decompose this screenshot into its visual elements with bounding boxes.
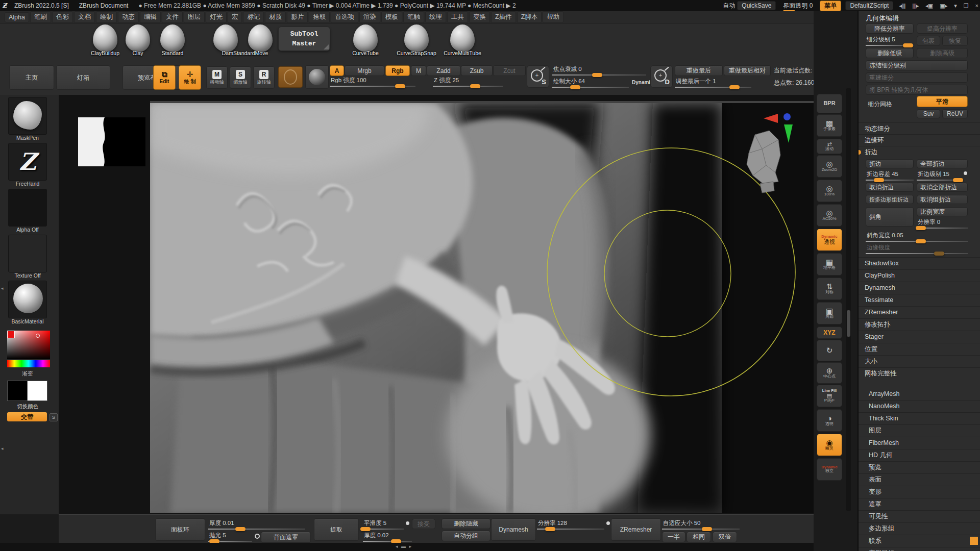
auto-groups-button[interactable]: 自动分组 bbox=[442, 531, 491, 541]
dynamic-perspective-button[interactable]: Dynamic透视 bbox=[817, 229, 842, 251]
scale-axis-button[interactable]: S 缩放轴 bbox=[230, 66, 251, 89]
section-mesh-integrity[interactable]: 网格完整性 bbox=[859, 367, 980, 379]
zsub-button[interactable]: Zsub bbox=[461, 65, 493, 76]
z-intensity-knob[interactable] bbox=[470, 84, 480, 88]
section-deformation[interactable]: 变形 bbox=[859, 486, 980, 497]
floor-grid-button[interactable]: ▦地平格 bbox=[817, 253, 842, 276]
adjust-last-knob[interactable] bbox=[729, 85, 740, 89]
reuv-button[interactable]: ReUV bbox=[942, 109, 968, 118]
menu-item-edit[interactable]: 编辑 bbox=[140, 11, 161, 23]
spix-button[interactable]: ▩子像素 bbox=[817, 114, 842, 137]
minimize-button[interactable]: ▾ bbox=[954, 3, 957, 9]
alpha-off-tile[interactable] bbox=[8, 189, 47, 227]
section-preview[interactable]: 预览 bbox=[859, 461, 980, 473]
brush-curvemultitube[interactable] bbox=[450, 24, 475, 52]
section-position[interactable]: 位置 bbox=[859, 343, 980, 355]
edit-mode-button[interactable]: ⧉ Edit bbox=[153, 65, 176, 90]
crease-header[interactable]: 折边 bbox=[859, 146, 980, 158]
dock-right-icon[interactable]: ▣▸ bbox=[940, 3, 947, 9]
actual-size-button[interactable]: ◎100% bbox=[817, 180, 842, 202]
freeze-subdiv-button[interactable]: 冻结细分级别 bbox=[866, 60, 968, 70]
tray-corner-handle[interactable] bbox=[970, 537, 978, 545]
rotate-axis-button[interactable]: R 旋转轴 bbox=[253, 66, 275, 89]
crease-level-slider[interactable]: 折边级别 15 bbox=[917, 170, 962, 181]
menu-item-render[interactable]: 渲染 bbox=[359, 11, 380, 23]
menu-item-tool[interactable]: 工具 bbox=[447, 11, 468, 23]
resolution-toggle[interactable] bbox=[606, 521, 610, 525]
menu-item-color[interactable]: 色彩 bbox=[52, 11, 73, 23]
s-toggle[interactable]: S bbox=[50, 413, 58, 421]
pivot-button[interactable]: ⊕中心点 bbox=[817, 362, 842, 384]
wrap-button[interactable]: 包裹 bbox=[917, 36, 940, 46]
maskpen-brush-tile[interactable] bbox=[8, 97, 47, 135]
polyframe-button[interactable]: Line Fill▤PolyF bbox=[817, 385, 842, 407]
switch-color-label[interactable]: 切换颜色 bbox=[2, 403, 53, 410]
brush-curvetube[interactable] bbox=[353, 24, 378, 52]
polish-toggle[interactable] bbox=[255, 534, 260, 539]
rgb-intensity-slider[interactable]: Rgb 强度 100 bbox=[330, 77, 415, 87]
menu-item-alpha[interactable]: Alpha bbox=[5, 12, 29, 22]
section-morph-target[interactable]: 变形目标 bbox=[859, 547, 980, 551]
zremesher-button[interactable]: ZRemesher bbox=[611, 518, 661, 541]
section-layers[interactable]: 图层 bbox=[859, 424, 980, 436]
edge-sharpness-slider[interactable]: 边缘锐度 bbox=[866, 244, 968, 254]
menu-item-brush[interactable]: 笔刷 bbox=[30, 11, 51, 23]
menu-item-light[interactable]: 灯光 bbox=[206, 11, 227, 23]
higher-res-button[interactable]: 提高分辨率 bbox=[917, 23, 968, 34]
menu-item-transform[interactable]: 变换 bbox=[469, 11, 490, 23]
section-dynamesh[interactable]: Dynamesh bbox=[859, 282, 980, 293]
thickness2-slider[interactable]: 厚度 0.02 bbox=[363, 532, 412, 542]
lightbox-button[interactable]: 灯箱 bbox=[56, 65, 110, 90]
menu-item-draw[interactable]: 绘制 bbox=[96, 11, 117, 23]
bpr-render-button[interactable]: BPR bbox=[817, 94, 842, 113]
panel-collapse-arrow-icon[interactable]: ◂ bbox=[1, 446, 4, 451]
rotate-view-button[interactable]: ↻ bbox=[817, 340, 842, 361]
panel-loops-button[interactable]: 面板环 bbox=[155, 518, 205, 541]
draw-mode-button[interactable]: ✛ 绘 制 bbox=[179, 65, 201, 90]
z-intensity-slider[interactable]: Z 强度 25 bbox=[433, 77, 503, 87]
uncrease-button[interactable]: 取消折边 bbox=[866, 183, 914, 192]
section-fibermesh[interactable]: FiberMesh bbox=[859, 437, 980, 448]
draw-size-slider[interactable]: 绘制大小 64 bbox=[552, 78, 629, 88]
section-hd-geometry[interactable]: HD 几何 bbox=[859, 449, 980, 461]
close-button[interactable]: × bbox=[975, 3, 978, 9]
adaptive-size-knob[interactable] bbox=[702, 527, 712, 531]
menu-item-material[interactable]: 材质 bbox=[265, 11, 286, 23]
edge-sharpness-knob[interactable] bbox=[934, 252, 944, 256]
ui-opacity-slider[interactable]: 界面透明 0 bbox=[781, 2, 815, 10]
reconstruct-subdiv-button[interactable]: 重建细分 bbox=[866, 72, 968, 83]
crease-all-button[interactable]: 全部折边 bbox=[917, 159, 968, 168]
same-button[interactable]: 相同 bbox=[687, 532, 711, 542]
divider-right-icon[interactable]: ||||▸ bbox=[912, 3, 918, 9]
restore-button[interactable]: ❐ bbox=[964, 3, 968, 9]
uncrease-all-button[interactable]: 取消全部折边 bbox=[917, 183, 968, 192]
section-zremesher[interactable]: ZRemesher bbox=[859, 306, 980, 318]
zoom2d-button[interactable]: ◎Zoom2D bbox=[817, 155, 842, 178]
edgeloop-header[interactable]: 边缘环 bbox=[859, 134, 980, 146]
menu-toggle-button[interactable]: 菜单 bbox=[820, 1, 841, 11]
section-claypolish[interactable]: ClayPolish bbox=[859, 269, 980, 281]
gradient-label[interactable]: 渐变 bbox=[2, 370, 53, 378]
xyz-axis-button[interactable]: XYZ bbox=[817, 327, 842, 339]
menu-item-zplugin[interactable]: Z插件 bbox=[491, 11, 516, 23]
transparency-button[interactable]: ◑透明 bbox=[817, 409, 842, 432]
texture-off-tile[interactable] bbox=[8, 235, 47, 272]
aa-half-button[interactable]: ◎AC50% bbox=[817, 204, 842, 227]
bpr-to-geo-button[interactable]: 将 BPR 转换为几何体 bbox=[866, 85, 968, 95]
sdiv-level-slider[interactable]: 细分级别 5 bbox=[866, 36, 914, 46]
dynamesh-resolution-slider[interactable]: 分辨率 128 bbox=[537, 519, 604, 530]
del-higher-button[interactable]: 删除高级 bbox=[917, 48, 968, 58]
stroke-type-button[interactable] bbox=[278, 66, 303, 88]
section-contact[interactable]: 联系 bbox=[859, 535, 980, 546]
accept-button[interactable]: 接受 bbox=[412, 519, 435, 529]
menu-item-movie[interactable]: 影片 bbox=[287, 11, 308, 23]
menu-item-zscript[interactable]: Z脚本 bbox=[517, 11, 542, 23]
document-preview-thumbnail[interactable] bbox=[78, 117, 145, 166]
dynamesh-button[interactable]: Dynamesh bbox=[491, 518, 536, 541]
brush-standard[interactable] bbox=[160, 24, 185, 52]
smoothness-knob[interactable] bbox=[360, 527, 371, 531]
delete-hidden-button[interactable]: 删除隐藏 bbox=[442, 518, 491, 529]
adjust-last-slider[interactable]: 调整最后一个 1 bbox=[675, 78, 751, 88]
redo-last-button[interactable]: 重做最后 bbox=[675, 65, 723, 76]
bevel-width-slider[interactable]: 斜角宽度 0.05 bbox=[866, 232, 968, 242]
